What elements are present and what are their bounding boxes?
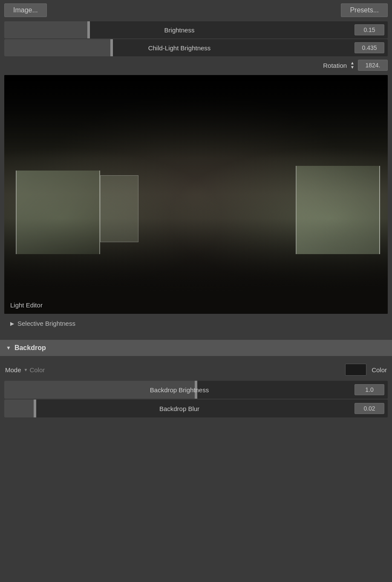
spacer (0, 333, 392, 336)
mode-label: Mode (5, 366, 21, 374)
child-light-label: Child-Light Brightness (4, 44, 355, 52)
rotation-label: Rotation (323, 62, 347, 69)
selective-brightness-title: Selective Brightness (17, 320, 75, 327)
child-light-brightness-slider[interactable]: Child-Light Brightness 0.435 (4, 39, 388, 56)
color-label: Color (372, 366, 387, 374)
color-swatch[interactable] (345, 364, 366, 376)
backdrop-brightness-label: Backdrop Brightness (4, 386, 355, 394)
image-button[interactable]: Image... (4, 3, 47, 17)
brightness-value[interactable]: 0.15 (355, 24, 384, 35)
window-left (16, 171, 100, 254)
mode-value: Color (29, 366, 45, 374)
backdrop-blur-label: Backdrop Blur (4, 405, 355, 412)
backdrop-brightness-value[interactable]: 1.0 (355, 384, 384, 395)
selective-brightness-arrow: ▶ (10, 321, 14, 327)
backdrop-arrow: ▼ (6, 345, 11, 351)
toolbar: Image... Presets... (0, 0, 392, 20)
preview-image (4, 75, 388, 314)
preview-label: Light Editor (10, 301, 43, 309)
window-center-left (100, 175, 138, 242)
rotation-spinbox[interactable]: ▲ ▼ (350, 61, 355, 69)
rotation-down-arrow[interactable]: ▼ (350, 65, 355, 69)
main-panel: Image... Presets... Brightness 0.15 Chil… (0, 0, 392, 417)
window-right (296, 166, 380, 254)
presets-button[interactable]: Presets... (341, 3, 388, 17)
backdrop-header[interactable]: ▼ Backdrop (0, 340, 392, 356)
selective-brightness-header[interactable]: ▶ Selective Brightness (4, 316, 388, 331)
backdrop-title: Backdrop (14, 344, 46, 352)
rotation-value[interactable]: 1824. (358, 60, 388, 71)
preview-area: Light Editor (4, 75, 388, 314)
mode-row: Mode ▼ Color Color (0, 359, 392, 380)
mode-dropdown[interactable]: ▼ Color (24, 366, 45, 374)
backdrop-blur-value[interactable]: 0.02 (355, 403, 384, 414)
child-light-value[interactable]: 0.435 (355, 42, 384, 53)
backdrop-blur-slider[interactable]: Backdrop Blur 0.02 (4, 400, 388, 417)
spacer2 (0, 356, 392, 359)
brightness-label: Brightness (4, 26, 355, 34)
backdrop-brightness-slider[interactable]: Backdrop Brightness 1.0 (4, 381, 388, 399)
mode-chevron-icon: ▼ (24, 368, 28, 372)
rotation-row: Rotation ▲ ▼ 1824. (0, 57, 392, 73)
brightness-slider[interactable]: Brightness 0.15 (4, 21, 388, 38)
